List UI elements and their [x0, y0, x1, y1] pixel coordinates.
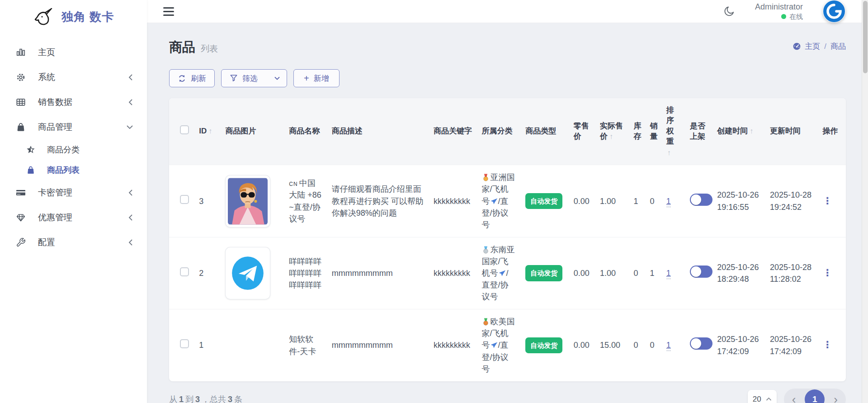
- scrollbar-track[interactable]: [862, 0, 868, 403]
- col-retail-price: 零售价: [569, 98, 595, 165]
- sidebar-item-card-keys[interactable]: 卡密管理: [0, 180, 147, 205]
- auto-delivery-badge: 自动发货: [525, 337, 562, 354]
- col-on-shelf: 是否上架: [685, 98, 712, 165]
- chevron-left-icon: [128, 239, 133, 246]
- sidebar-item-coupons[interactable]: 优惠管理: [0, 205, 147, 230]
- sort-asc-icon[interactable]: ↑: [208, 127, 212, 135]
- row-checkbox[interactable]: [180, 195, 189, 204]
- col-actual-price[interactable]: 实际售价↑: [595, 98, 629, 165]
- sidebar-toggle-icon[interactable]: [163, 7, 174, 16]
- next-page-button[interactable]: ›: [832, 394, 840, 403]
- col-image: 商品图片: [221, 98, 285, 165]
- sidebar-item-label: 卡密管理: [38, 187, 72, 199]
- col-stock: 库存: [629, 98, 645, 165]
- sidebar-item-product-category[interactable]: 商品分类: [0, 139, 147, 160]
- bar-chart-icon: [15, 47, 26, 58]
- breadcrumb-home[interactable]: 主页: [805, 41, 820, 52]
- medal-icon: [482, 318, 490, 326]
- airplane-icon: [491, 198, 498, 205]
- chevron-down-icon: [274, 76, 280, 81]
- telegram-logo-image: [228, 250, 268, 297]
- refresh-icon: [178, 74, 186, 83]
- wrench-icon: [15, 237, 26, 248]
- auto-delivery-badge: 自动发货: [525, 265, 562, 281]
- dark-mode-icon[interactable]: [723, 5, 735, 17]
- refresh-button[interactable]: 刷新: [169, 69, 215, 87]
- row-checkbox[interactable]: [180, 339, 189, 348]
- col-type: 商品类型: [521, 98, 569, 165]
- weight-edit-link[interactable]: 1: [666, 341, 671, 351]
- cell-name: 知软软件-天卡: [284, 309, 327, 381]
- more-actions-icon[interactable]: ⋮: [823, 195, 832, 206]
- plus-icon: +: [304, 73, 309, 84]
- gem-icon: [15, 212, 26, 223]
- cell-updated: 2025-10-26 17:42:09: [765, 309, 818, 381]
- sidebar-item-config[interactable]: 配置: [0, 230, 147, 255]
- per-page-select[interactable]: 20: [748, 390, 777, 403]
- page-content: 商品列表 主页 / 商品 刷新: [147, 23, 868, 403]
- col-updated: 更新时间: [765, 98, 818, 165]
- filter-button[interactable]: 筛选: [221, 69, 287, 87]
- col-sales: 销量: [646, 98, 662, 165]
- cell-retail-price: 0.00: [569, 237, 595, 309]
- scrollbar-thumb[interactable]: [863, 1, 868, 73]
- top-navbar: Administrator 在线: [147, 0, 868, 23]
- dashboard-icon: [793, 43, 801, 50]
- cell-created: 2025-10-26 18:29:48: [712, 237, 765, 309]
- sidebar-item-label: 主页: [38, 47, 55, 58]
- shopping-bag-icon: [26, 166, 35, 175]
- cell-name: CN中国大陆 +86 ~直登/协议号: [284, 165, 327, 237]
- current-page-button[interactable]: 1: [805, 389, 825, 403]
- prev-page-button[interactable]: ‹: [790, 394, 798, 403]
- sort-asc-icon[interactable]: ↑: [750, 127, 753, 135]
- cell-created: 2025-10-26 17:42:09: [712, 309, 765, 381]
- col-desc: 商品描述: [327, 98, 429, 165]
- chevron-down-icon: [126, 124, 133, 130]
- cell-category: 欧美国家/飞机号/直登/协议号: [477, 309, 521, 381]
- cell-stock: 0: [629, 309, 645, 381]
- on-shelf-toggle[interactable]: [690, 337, 712, 350]
- more-actions-icon[interactable]: ⋮: [823, 339, 832, 350]
- sort-asc-icon[interactable]: ↑: [609, 133, 613, 140]
- on-shelf-toggle[interactable]: [690, 266, 712, 278]
- sidebar-item-label: 商品列表: [47, 165, 80, 175]
- sidebar-item-system[interactable]: 系统: [0, 65, 147, 90]
- product-image[interactable]: [226, 175, 270, 227]
- cell-retail-price: 0.00: [569, 165, 595, 237]
- create-button[interactable]: + 新增: [293, 69, 340, 87]
- col-weight[interactable]: 排序权重↑: [662, 98, 685, 165]
- cell-stock: 1: [629, 165, 645, 237]
- cell-updated: 2025-10-28 19:24:52: [765, 165, 818, 237]
- unicorn-logo-icon: [33, 6, 55, 28]
- user-menu[interactable]: Administrator 在线: [755, 2, 803, 21]
- select-all-checkbox[interactable]: [180, 125, 189, 134]
- page-subtitle: 列表: [201, 44, 218, 53]
- more-actions-icon[interactable]: ⋮: [823, 267, 832, 278]
- brand[interactable]: 独角 数卡: [0, 0, 147, 33]
- cell-actual-price: 1.00: [595, 237, 629, 309]
- cell-created: 2025-10-26 19:16:55: [712, 165, 765, 237]
- chevron-left-icon: [128, 99, 133, 106]
- sidebar-item-home[interactable]: 主页: [0, 40, 147, 65]
- sort-asc-icon[interactable]: ↑: [667, 148, 681, 158]
- cell-name: 咩咩咩咩咩咩咩咩咩咩咩咩: [284, 237, 327, 309]
- user-status-label: 在线: [789, 12, 803, 21]
- on-shelf-toggle[interactable]: [690, 194, 712, 206]
- table-card: ID↑ 商品图片 商品名称 商品描述 商品关键字 所属分类 商品类型 零售价 实…: [169, 98, 846, 381]
- col-created[interactable]: 创建时间↑: [712, 98, 765, 165]
- row-checkbox[interactable]: [180, 267, 189, 276]
- table-header-row: ID↑ 商品图片 商品名称 商品描述 商品关键字 所属分类 商品类型 零售价 实…: [169, 98, 846, 165]
- avatar[interactable]: [823, 0, 845, 23]
- table-footer: 从1到3，总共3条 20 ‹ 1 ›: [169, 389, 846, 403]
- col-id[interactable]: ID↑: [194, 98, 221, 165]
- chevron-left-icon: [128, 74, 133, 81]
- sidebar-item-product-management[interactable]: 商品管理: [0, 114, 147, 139]
- main-area: Administrator 在线 商品列表 主页 / 商品: [147, 0, 868, 403]
- weight-edit-link[interactable]: 1: [666, 197, 671, 207]
- sidebar-item-product-list[interactable]: 商品列表: [0, 160, 147, 180]
- cell-id: 1: [194, 309, 221, 381]
- weight-edit-link[interactable]: 1: [666, 269, 671, 279]
- sidebar-item-sales-data[interactable]: 销售数据: [0, 90, 147, 114]
- product-image[interactable]: [226, 247, 270, 299]
- cell-actual-price: 1.00: [595, 165, 629, 237]
